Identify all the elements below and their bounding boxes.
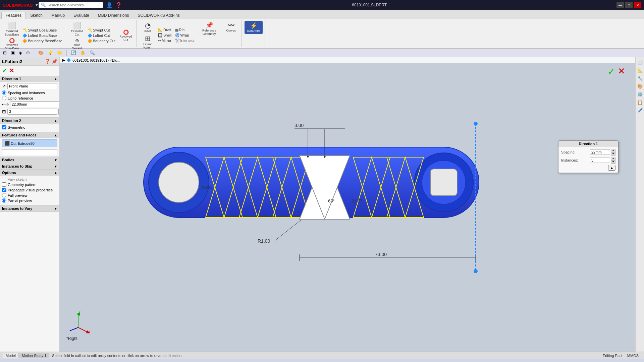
features-input[interactable] (2, 149, 57, 155)
reject-button[interactable]: ✕ (618, 66, 625, 76)
partial-preview-radio[interactable]: Partial preview (2, 198, 57, 203)
svg-text:73.00: 73.00 (375, 252, 387, 257)
view-hide-show-btn[interactable]: ⊕ (25, 50, 31, 56)
callout-spacing-input[interactable] (590, 149, 610, 155)
symmetric-checkbox[interactable] (2, 125, 6, 129)
window-controls[interactable]: — □ ✕ (616, 2, 641, 8)
bodies-header[interactable]: Bodies ▼ (0, 157, 59, 163)
close-button[interactable]: ✕ (634, 2, 641, 8)
tab-evaluate[interactable]: Evaluate (69, 12, 94, 19)
panel-pin-icon[interactable]: 📌 (52, 59, 57, 64)
tab-markup[interactable]: Markup (47, 12, 69, 19)
callout-instances-up[interactable]: ▲ (611, 157, 615, 160)
callout-instances-down[interactable]: ▼ (611, 160, 615, 164)
tab-sketch[interactable]: Sketch (26, 12, 47, 19)
options-header[interactable]: Options ▲ (0, 170, 59, 176)
lofted-boss-button[interactable]: 🔷 Lofted Boss/Base (21, 33, 64, 38)
revolved-boss-button[interactable]: ⭕ RevolvedBoss/Base (3, 37, 20, 51)
rt-btn-5[interactable]: ⚙️ (637, 91, 643, 98)
instances-vary-header[interactable]: Instances to Vary ▼ (0, 205, 59, 212)
instant3d-button[interactable]: ⚡ Instant3D (245, 21, 263, 34)
spacing-instances-radio-input[interactable] (2, 90, 6, 95)
rt-btn-2[interactable]: 📐 (637, 67, 643, 73)
vary-sketch-check[interactable]: Vary sketch (2, 177, 57, 181)
view-appearances-btn[interactable]: 🎨 (37, 50, 45, 56)
extruded-cut-button[interactable]: ⬜ ExtrudedCut (69, 21, 86, 37)
swept-cut-button[interactable]: 〽️ Swept Cut (86, 28, 117, 33)
view-zoom-btn[interactable]: 🔍 (89, 50, 96, 56)
geometry-pattern-check[interactable]: Geometry pattern (2, 182, 57, 187)
user-icon[interactable]: 👤 (106, 2, 113, 8)
tab-features[interactable]: Features (1, 12, 26, 19)
rt-btn-3[interactable]: 🔧 (637, 75, 643, 81)
rt-btn-7[interactable]: 🖊️ (637, 107, 643, 114)
geometry-pattern-checkbox[interactable] (2, 182, 6, 187)
cancel-button[interactable]: ✕ (9, 67, 14, 74)
rt-btn-1[interactable]: ⬜ (637, 59, 643, 65)
swept-boss-button[interactable]: 〽️ Swept Boss/Base (21, 28, 64, 33)
tab-motion-study[interactable]: Motion Study 1 (19, 353, 49, 358)
direction1-field-input[interactable] (7, 83, 57, 89)
svg-text:21.57: 21.57 (352, 198, 363, 203)
minimize-button[interactable]: — (616, 2, 624, 8)
callout-spacing-up[interactable]: ▲ (611, 149, 615, 152)
reference-geometry-button[interactable]: 📌 ReferenceGeometry (201, 21, 218, 36)
intersect-button[interactable]: ✂️ Intersect (174, 38, 196, 43)
spacing-instances-radio[interactable]: Spacing and instances (2, 90, 57, 95)
symmetric-check[interactable]: Symmetric (2, 125, 57, 129)
propagate-visual-checkbox[interactable] (2, 188, 6, 192)
view-scene-btn[interactable]: 💡 (47, 50, 54, 56)
view-realview-btn[interactable]: 🌟 (56, 50, 63, 56)
view-pan-btn[interactable]: ✋ (79, 50, 87, 56)
spacing-input[interactable] (10, 101, 60, 107)
feature-item[interactable]: ⬛ Cut-Extrude30 (2, 139, 57, 147)
mirror-button[interactable]: ⇔ Mirror (157, 38, 173, 43)
shell-button[interactable]: 🔲 Shell (157, 33, 173, 38)
full-preview-radio-input[interactable] (2, 193, 6, 197)
view-rotate-btn[interactable]: 🔄 (70, 50, 77, 56)
callout-collapse-btn[interactable]: ▲ (608, 165, 615, 171)
draft-button[interactable]: 📐 Draft (157, 27, 173, 33)
fillet-button[interactable]: ◔ Fillet (139, 21, 156, 34)
tab-addins[interactable]: SOLIDWORKS Add-Ins (133, 12, 184, 19)
rt-btn-6[interactable]: 📋 (637, 99, 643, 106)
view-display-style-btn[interactable]: ◈ (18, 50, 23, 56)
propagate-visual-check[interactable]: Propagate visual properties (2, 188, 57, 192)
curves-button[interactable]: 〰️ Curves (223, 21, 239, 33)
help-icon[interactable]: ❓ (115, 2, 122, 8)
up-to-reference-radio-input[interactable] (2, 96, 6, 100)
features-faces-header[interactable]: Features and Faces ▲ (0, 132, 59, 138)
boundary-boss-button[interactable]: 🔶 Boundary Boss/Base (21, 39, 64, 44)
accept-button[interactable]: ✓ (607, 66, 615, 77)
rib-button[interactable]: ▦ Rib (174, 27, 196, 33)
panel-help-icon[interactable]: ❓ (45, 59, 50, 64)
up-to-reference-radio[interactable]: Up to reference (2, 96, 57, 100)
partial-preview-radio-input[interactable] (2, 198, 6, 203)
tab-model[interactable]: Model (3, 353, 19, 358)
full-preview-radio[interactable]: Full preview (2, 193, 57, 197)
hole-wizard-label: HoleWizard (72, 43, 82, 50)
revolved-cut-button[interactable]: ⭕ RevolvedCut (117, 29, 134, 42)
boundary-cut-button[interactable]: 🔶 Boundary Cut (86, 39, 117, 44)
direction2-header[interactable]: Direction 2 ▲ (0, 118, 59, 124)
maximize-button[interactable]: □ (625, 2, 633, 8)
view-orientation-btn[interactable]: ⊞ (2, 50, 8, 56)
direction1-header[interactable]: Direction 1 ▲ (0, 76, 59, 82)
lofted-cut-button[interactable]: 🔷 Lofted Cut (86, 33, 117, 38)
viewport[interactable]: ▶ 🔷 60191001 (60191001) <Blu... (60, 57, 635, 352)
instances-skip-header[interactable]: Instances to Skip ▼ (0, 163, 59, 169)
ok-button[interactable]: ✓ (2, 67, 7, 74)
hole-wizard-button[interactable]: ⊕ HoleWizard (69, 37, 86, 51)
search-input[interactable] (47, 3, 101, 7)
tab-mbd[interactable]: MBD Dimensions (94, 12, 133, 19)
callout-spacing-down[interactable]: ▼ (611, 152, 615, 156)
instances-input[interactable] (7, 109, 57, 115)
search-bar[interactable]: 🔍 (39, 2, 103, 8)
wrap-button[interactable]: 🌀 Wrap (174, 33, 196, 38)
linear-pattern-button[interactable]: ⊞ LinearPattern (139, 34, 156, 50)
part-area: 3.00 20.00 68° 21.57 R1.00 73.00 (60, 63, 635, 352)
extruded-boss-button[interactable]: ⬜ ExtrudedBoss/Base (3, 21, 20, 37)
callout-instances-input[interactable] (590, 158, 610, 163)
rt-btn-4[interactable]: 🎨 (637, 83, 643, 89)
view-section-btn[interactable]: ▣ (10, 50, 16, 56)
